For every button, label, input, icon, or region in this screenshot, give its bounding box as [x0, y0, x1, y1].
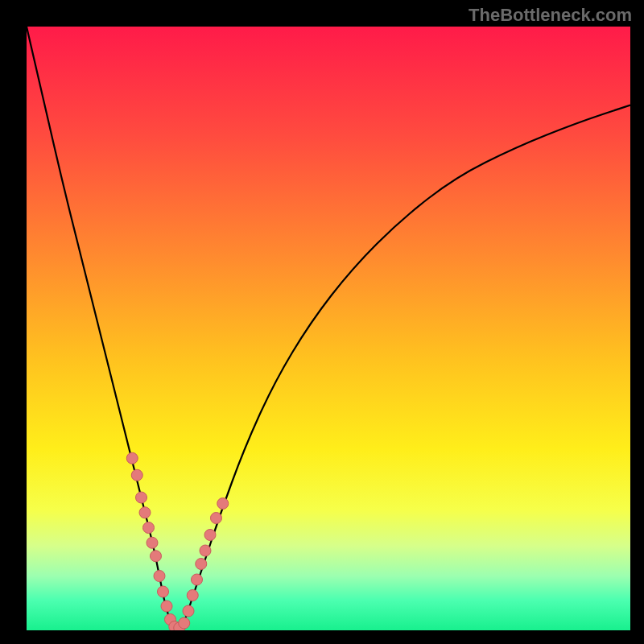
chart-stage: TheBottleneck.com: [0, 0, 644, 644]
marker-dot: [161, 601, 172, 612]
curve-layer: [27, 27, 630, 630]
marker-dot: [139, 507, 151, 518]
marker-dot: [179, 617, 190, 629]
bottleneck-curve: [27, 27, 630, 629]
marker-dot: [131, 469, 142, 481]
marker-dot: [151, 551, 162, 562]
marker-dot: [200, 545, 211, 556]
marker-dot: [136, 492, 147, 503]
marker-dot: [187, 590, 198, 601]
marker-dot: [154, 571, 165, 582]
marker-dot: [217, 498, 229, 510]
marker-dot: [196, 559, 207, 570]
marker-dot: [211, 513, 222, 524]
marker-dot: [158, 586, 169, 597]
marker-group: [126, 452, 229, 630]
marker-dot: [147, 537, 158, 548]
marker-dot: [192, 574, 203, 585]
watermark-text: TheBottleneck.com: [469, 5, 632, 26]
marker-dot: [204, 530, 216, 541]
marker-dot: [126, 452, 138, 464]
marker-dot: [143, 522, 155, 534]
marker-dot: [183, 605, 194, 617]
plot-area: [27, 27, 630, 630]
